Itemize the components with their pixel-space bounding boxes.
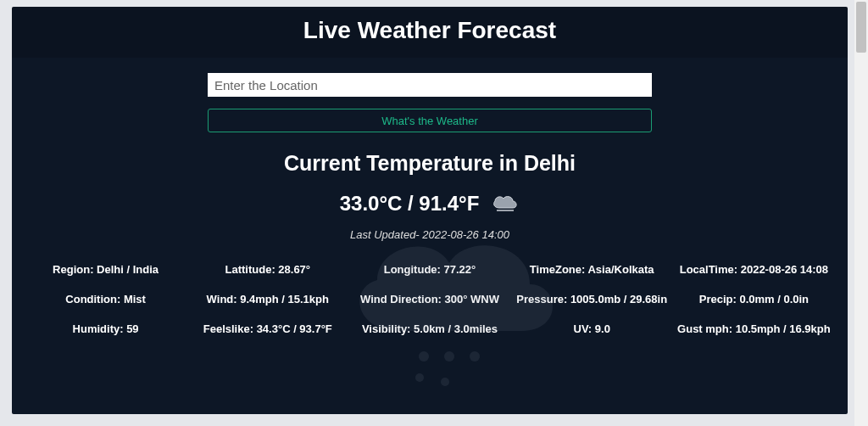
last-updated: Last Updated- 2022-08-26 14:00 [12,228,848,241]
detail-precip: Precip: 0.0mm / 0.0in [676,293,832,305]
detail-pressure: Pressure: 1005.0mb / 29.68in [514,293,670,305]
detail-gust: Gust mph: 10.5mph / 16.9kph [676,322,832,335]
location-input[interactable] [208,73,652,97]
svg-point-1 [419,351,429,362]
detail-region: Region: Delhi / India [27,263,184,276]
detail-humidity: Humidity: 59 [27,322,184,335]
cloud-icon [491,191,520,216]
header-bar: Live Weather Forecast [12,7,848,58]
get-weather-button[interactable]: What's the Weather [208,109,652,132]
svg-point-5 [441,378,449,386]
detail-timezone: TimeZone: Asia/Kolkata [514,263,670,276]
detail-feelslike: Feelslike: 34.3°C / 93.7°F [189,322,346,335]
current-temp-title: Current Temperature in Delhi [12,151,848,176]
detail-longitude: Longitude: 77.22° [351,263,508,276]
temperature-value: 33.0°C / 91.4°F [340,192,480,216]
detail-localtime: LocalTime: 2022-08-26 14:08 [676,263,832,276]
details-grid: Region: Delhi / India Lattitude: 28.67° … [12,263,848,335]
detail-latitude: Lattitude: 28.67° [189,263,346,276]
detail-wind-direction: Wind Direction: 300° WNW [351,293,508,305]
page-title: Live Weather Forecast [12,17,848,44]
temperature-row: 33.0°C / 91.4°F [12,191,848,216]
svg-point-2 [444,351,454,362]
scrollbar-thumb[interactable] [856,2,866,53]
svg-point-3 [470,351,480,362]
detail-uv: UV: 9.0 [514,322,670,335]
button-row: What's the Weather [12,109,848,132]
svg-point-4 [415,373,424,382]
detail-wind: Wind: 9.4mph / 15.1kph [189,293,346,305]
detail-visibility: Visibility: 5.0km / 3.0miles [351,322,508,335]
search-row [12,73,848,97]
detail-condition: Condition: Mist [27,293,184,305]
weather-app: Live Weather Forecast What's the Weather… [12,7,848,414]
scrollbar[interactable] [854,0,868,426]
